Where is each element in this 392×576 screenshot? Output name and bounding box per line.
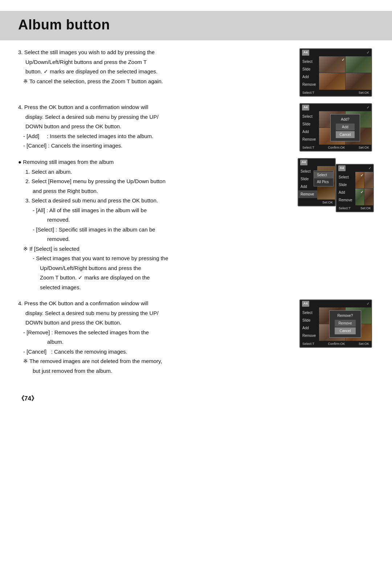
screen-2-bottom: Select:T Confirm:OK Set:OK [300, 145, 371, 151]
screen-5-bottom: Select:T Confirm:OK Set:OK [300, 341, 371, 347]
checkmark-4-3: ✓ [360, 189, 363, 195]
screen-3-submenu: Select All Pics [314, 170, 334, 186]
screen-4-menu: Select Slide Add Remove [336, 172, 355, 205]
screen-5-confirm: Confirm:OK [328, 342, 345, 347]
s3-dash2a: - [Select] : Specific still images in th… [18, 226, 290, 234]
photo-5-2 [346, 307, 372, 324]
screen-5-menu: Select Slide Add Remove [300, 307, 319, 341]
section-3-text: ● Removing still images from the album 1… [18, 158, 290, 293]
screen-3-bottom: Set:OK [298, 200, 335, 206]
screen-1-photos: ✓ [319, 56, 371, 90]
menu-2-select: Select [300, 113, 319, 120]
s4-line3: DOWN button and press the OK button. [18, 319, 290, 327]
s4-dash1a: - [Remove] : Removes the selected images… [18, 329, 290, 337]
s3-sub3: Zoom T button. ✓ marks are displayed on … [18, 274, 290, 282]
screen-1-menu: Select Slide Add Remove [300, 56, 319, 90]
screen-2-bottom-right: Set:OK [359, 145, 369, 150]
photo-2-1 [319, 111, 345, 128]
content-area: 3. Select the still images you wish to a… [18, 48, 374, 383]
s2-dash2: - [Cancel] : Cancels the inserting image… [18, 142, 290, 150]
screen-1-body: Select Slide Add Remove ✓ [300, 56, 371, 90]
screen-2-inner: A4 ✓ Select Slide Add Remove [300, 104, 371, 151]
s3-step2a: 2. Select [Remove] menu by pressing the … [18, 177, 290, 186]
photo-4-1: ✓ [355, 172, 364, 189]
menu-1-select: Select [300, 58, 319, 65]
camera-screen-5: A4 ✓ Select Slide Add Remove [299, 299, 372, 348]
menu-3-remove: Remove [298, 190, 317, 198]
menu-2-remove: Remove [300, 136, 319, 143]
menu-5-remove: Remove [300, 332, 319, 339]
menu-2-add: Add [300, 128, 319, 136]
menu-4-select: Select [336, 173, 355, 181]
a4-badge-3: A4 [300, 160, 307, 165]
screen-1-inner: A4 ✓ Select Slide Add Remove ✓ [300, 49, 371, 96]
menu-1-add: Add [300, 73, 319, 81]
screen-2-body: Select Slide Add Remove [300, 111, 371, 145]
menu-1-remove: Remove [300, 81, 319, 88]
screen-1-top-bar: A4 ✓ [300, 49, 371, 56]
camera-screen-3: A4 Select Slide Add Remove [298, 158, 336, 206]
s3-sub1: - Select images that you want to remove … [18, 254, 290, 263]
s4-note1: The removed images are not deleted from … [18, 357, 290, 366]
checkmark-4-1: ✓ [360, 173, 363, 178]
screen-3-bottom-right: Set:OK [322, 200, 333, 205]
photo-5-4 [346, 324, 372, 341]
screen-4-bottom: Select:T Set:OK [336, 205, 373, 212]
screen-3-top-bar: A4 [298, 159, 335, 166]
screen-5-col: A4 ✓ Select Slide Add Remove [298, 299, 374, 348]
camera-screen-1: A4 ✓ Select Slide Add Remove ✓ [299, 48, 372, 97]
s2-line2: display. Select a desired sub menu by pr… [18, 113, 290, 121]
screen-1-bottom: Select:T Set:OK [300, 90, 371, 96]
photo-2-2 [346, 111, 372, 128]
s4-note2: but just removed from the album. [18, 367, 290, 375]
screen-5-icon: ✓ [367, 301, 369, 306]
screen-5-inner: A4 ✓ Select Slide Add Remove [300, 300, 371, 347]
s3-step1: 1. Select an album. [18, 168, 290, 176]
photo-4-4 [364, 189, 373, 205]
section-1: 3. Select the still images you wish to a… [18, 48, 374, 97]
menu-5-slide: Slide [300, 317, 319, 324]
submenu-select: Select [314, 172, 333, 178]
photo-5-3 [319, 324, 345, 341]
menu-4-remove: Remove [336, 196, 355, 204]
screen-4-bottom-left: Select:T [339, 206, 351, 211]
s3-dash1a: - [All] : All of the still images in the… [18, 206, 290, 215]
s2-line3: DOWN button and press the OK button. [18, 122, 290, 131]
camera-screen-4: A4 ✓ Select Slide Add Remove ✓ [336, 164, 374, 212]
screen-4-bottom-right: Set:OK [360, 206, 371, 211]
screen-5-bottom-left: Select:T [302, 342, 314, 347]
s4-line1: 4. Press the OK button and a confirmatio… [18, 299, 290, 308]
photo-5-1 [319, 307, 345, 324]
photo-1-4 [346, 73, 372, 90]
screen-3-body: Select Slide Add Remove Select All Pics [298, 166, 335, 200]
screen-5-bottom-right: Set:OK [359, 342, 369, 347]
screen-2-top-bar: A4 ✓ [300, 104, 371, 111]
screen-1-bottom-right: Set:OK [359, 90, 369, 96]
screen-3-photo-area: Select All Pics [317, 166, 335, 200]
s4-dash1b: album. [18, 338, 290, 346]
menu-4-add: Add [336, 189, 355, 196]
s3-bullet: ● Removing still images from the album [18, 158, 290, 166]
s3-sub4: selected images. [18, 283, 290, 292]
photo-2-3 [319, 128, 345, 145]
screen-2-confirm: Confirm:OK [328, 145, 345, 150]
a4-badge-4: A4 [338, 165, 346, 171]
screen-2-menu: Select Slide Add Remove [300, 111, 319, 145]
checkmark-1: ✓ [342, 57, 344, 63]
screen-4-icon: ✓ [368, 165, 371, 171]
section-4-text: 4. Press the OK button and a confirmatio… [18, 299, 290, 376]
page-number: 《74》 [18, 394, 374, 403]
screen-5-body: Select Slide Add Remove [300, 307, 371, 341]
photo-1-2 [346, 56, 372, 73]
s3-dash1b: removed. [18, 216, 290, 224]
s2-dash1: - [Add] : Inserts the selected images in… [18, 132, 290, 141]
screen-2-icon: ✓ [367, 105, 369, 110]
a4-badge-2: A4 [302, 105, 309, 110]
camera-screen-2: A4 ✓ Select Slide Add Remove [299, 103, 372, 152]
s1-note: To cancel the selection, press the Zoom … [18, 77, 290, 86]
s1-line1: 3. Select the still images you wish to a… [18, 48, 290, 57]
screen-2-col: A4 ✓ Select Slide Add Remove [298, 103, 374, 152]
s3-sub2: Up/Down/Left/Right buttons and press the [18, 264, 290, 273]
section-2-text: 4. Press the OK button and a confirmatio… [18, 103, 290, 152]
screen-1-bottom-left: Select:T [302, 90, 314, 96]
